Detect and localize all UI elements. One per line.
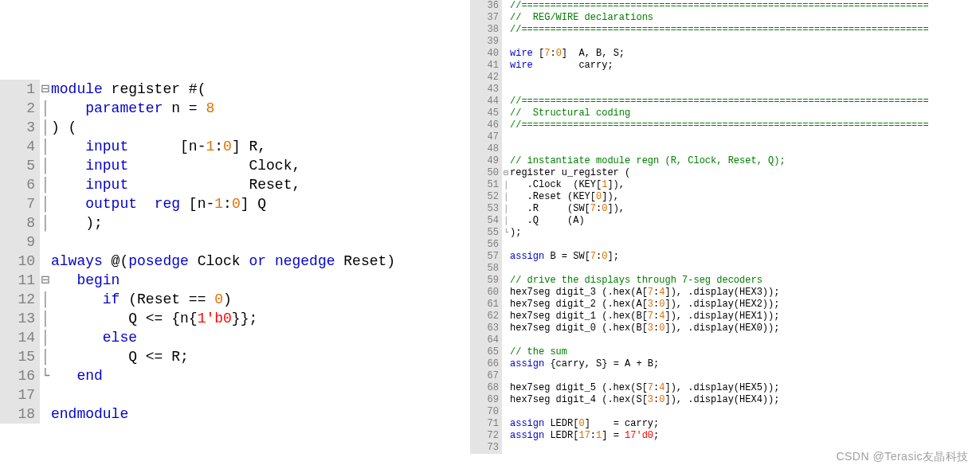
code-line[interactable]: 54│ .Q (A) bbox=[470, 215, 980, 227]
code-text[interactable]: input Clock, bbox=[51, 156, 454, 175]
code-text[interactable]: input [n-1:0] R, bbox=[51, 137, 454, 156]
code-line[interactable]: 11⊟ begin bbox=[0, 271, 454, 290]
code-text[interactable]: output reg [n-1:0] Q bbox=[51, 194, 454, 213]
code-text[interactable]: always @(posedge Clock or negedge Reset) bbox=[51, 252, 454, 271]
code-line[interactable]: 67 bbox=[470, 370, 980, 382]
code-text[interactable] bbox=[510, 334, 980, 346]
code-text[interactable] bbox=[510, 406, 980, 418]
code-text[interactable]: hex7seg digit_4 (.hex(S[3:0]), .display(… bbox=[510, 394, 980, 406]
code-text[interactable]: ) ( bbox=[51, 118, 454, 137]
code-text[interactable] bbox=[51, 385, 454, 405]
code-line[interactable]: 63 hex7seg digit_0 (.hex(B[3:0]), .displ… bbox=[470, 322, 980, 334]
code-line[interactable]: 64 bbox=[470, 334, 980, 346]
code-line[interactable]: 55└); bbox=[470, 227, 980, 239]
code-editor-left[interactable]: 1⊟module register #(2│ parameter n = 83│… bbox=[0, 80, 454, 424]
code-line[interactable]: 61 hex7seg digit_2 (.hex(A[3:0]), .displ… bbox=[470, 299, 980, 311]
code-line[interactable]: 71 assign LEDR[0] = carry; bbox=[470, 418, 980, 430]
code-text[interactable]: assign LEDR[0] = carry; bbox=[510, 418, 980, 430]
code-line[interactable]: 49 // instantiate module regn (R, Clock,… bbox=[470, 155, 980, 167]
code-text[interactable]: parameter n = 8 bbox=[51, 99, 454, 118]
code-line[interactable]: 46 //===================================… bbox=[470, 119, 980, 131]
code-text[interactable]: Q <= R; bbox=[51, 347, 454, 366]
code-line[interactable]: 62 hex7seg digit_1 (.hex(B[7:4]), .displ… bbox=[470, 311, 980, 322]
code-text[interactable] bbox=[510, 370, 980, 382]
code-line[interactable]: 60 hex7seg digit_3 (.hex(A[7:4]), .displ… bbox=[470, 287, 980, 299]
code-text[interactable]: // drive the displays through 7-seg deco… bbox=[510, 275, 980, 287]
code-text[interactable]: // the sum bbox=[510, 346, 980, 358]
code-line[interactable]: 38 //===================================… bbox=[470, 24, 980, 36]
code-line[interactable]: 50⊟register u_register ( bbox=[470, 167, 980, 179]
code-line[interactable]: 4│ input [n-1:0] R, bbox=[0, 137, 454, 156]
code-text[interactable]: .Reset (KEY[0]), bbox=[510, 191, 980, 203]
code-text[interactable]: register u_register ( bbox=[510, 167, 980, 179]
code-line[interactable]: 69 hex7seg digit_4 (.hex(S[3:0]), .displ… bbox=[470, 394, 980, 406]
code-line[interactable]: 59 // drive the displays through 7-seg d… bbox=[470, 275, 980, 287]
code-text[interactable]: assign {carry, S} = A + B; bbox=[510, 358, 980, 370]
code-text[interactable] bbox=[51, 233, 454, 252]
code-line[interactable]: 12│ if (Reset == 0) bbox=[0, 290, 454, 309]
code-line[interactable]: 45 // Structural coding bbox=[470, 107, 980, 119]
code-text[interactable]: endmodule bbox=[51, 405, 454, 424]
code-text[interactable]: else bbox=[51, 328, 454, 347]
code-text[interactable]: assign LEDR[17:1] = 17'd0; bbox=[510, 430, 980, 442]
code-text[interactable]: wire [7:0] A, B, S; bbox=[510, 48, 980, 60]
code-text[interactable] bbox=[510, 72, 980, 84]
code-text[interactable] bbox=[510, 263, 980, 275]
code-text[interactable]: hex7seg digit_1 (.hex(B[7:4]), .display(… bbox=[510, 311, 980, 322]
code-text[interactable]: .Q (A) bbox=[510, 215, 980, 227]
code-line[interactable]: 41 wire carry; bbox=[470, 60, 980, 72]
code-line[interactable]: 15│ Q <= R; bbox=[0, 347, 454, 366]
code-line[interactable]: 5│ input Clock, bbox=[0, 156, 454, 175]
code-line[interactable]: 52│ .Reset (KEY[0]), bbox=[470, 191, 980, 203]
code-line[interactable]: 36 //===================================… bbox=[470, 0, 980, 12]
code-text[interactable] bbox=[510, 131, 980, 143]
code-text[interactable]: // REG/WIRE declarations bbox=[510, 12, 980, 24]
code-line[interactable]: 3│) ( bbox=[0, 118, 454, 137]
fold-icon[interactable]: ⊟ bbox=[40, 80, 51, 99]
code-text[interactable]: if (Reset == 0) bbox=[51, 290, 454, 309]
code-text[interactable] bbox=[510, 36, 980, 48]
code-line[interactable]: 6│ input Reset, bbox=[0, 175, 454, 194]
code-line[interactable]: 40 wire [7:0] A, B, S; bbox=[470, 48, 980, 60]
code-text[interactable]: .R (SW[7:0]), bbox=[510, 203, 980, 215]
code-text[interactable]: //======================================… bbox=[510, 119, 980, 131]
code-line[interactable]: 2│ parameter n = 8 bbox=[0, 99, 454, 118]
code-text[interactable]: hex7seg digit_5 (.hex(S[7:4]), .display(… bbox=[510, 382, 980, 394]
code-line[interactable]: 10 always @(posedge Clock or negedge Res… bbox=[0, 252, 454, 271]
code-line[interactable]: 58 bbox=[470, 263, 980, 275]
code-text[interactable]: // instantiate module regn (R, Clock, Re… bbox=[510, 155, 980, 167]
code-line[interactable]: 1⊟module register #( bbox=[0, 80, 454, 99]
code-text[interactable]: //======================================… bbox=[510, 0, 980, 12]
code-text[interactable]: ); bbox=[51, 213, 454, 233]
code-line[interactable]: 9 bbox=[0, 233, 454, 252]
code-line[interactable]: 47 bbox=[470, 131, 980, 143]
code-line[interactable]: 48 bbox=[470, 143, 980, 155]
code-line[interactable]: 65 // the sum bbox=[470, 346, 980, 358]
code-line[interactable]: 14│ else bbox=[0, 328, 454, 347]
code-line[interactable]: 72 assign LEDR[17:1] = 17'd0; bbox=[470, 430, 980, 442]
code-text[interactable]: begin bbox=[51, 271, 454, 290]
code-text[interactable]: // Structural coding bbox=[510, 107, 980, 119]
code-text[interactable]: assign B = SW[7:0]; bbox=[510, 251, 980, 263]
code-line[interactable]: 70 bbox=[470, 406, 980, 418]
code-line[interactable]: 7│ output reg [n-1:0] Q bbox=[0, 194, 454, 213]
code-line[interactable]: 66 assign {carry, S} = A + B; bbox=[470, 358, 980, 370]
code-editor-right[interactable]: 36 //===================================… bbox=[470, 0, 980, 454]
code-line[interactable]: 37 // REG/WIRE declarations bbox=[470, 12, 980, 24]
code-text[interactable]: hex7seg digit_3 (.hex(A[7:4]), .display(… bbox=[510, 287, 980, 299]
code-line[interactable]: 44 //===================================… bbox=[470, 96, 980, 107]
code-line[interactable]: 17 bbox=[0, 385, 454, 405]
code-text[interactable]: module register #( bbox=[51, 80, 454, 99]
code-line[interactable]: 18 endmodule bbox=[0, 405, 454, 424]
code-text[interactable] bbox=[510, 84, 980, 96]
code-text[interactable]: Q <= {n{1'b0}}; bbox=[51, 309, 454, 328]
fold-icon[interactable]: ⊟ bbox=[502, 167, 510, 179]
code-line[interactable]: 16└ end bbox=[0, 366, 454, 385]
code-line[interactable]: 53│ .R (SW[7:0]), bbox=[470, 203, 980, 215]
code-text[interactable]: end bbox=[51, 366, 454, 385]
code-line[interactable]: 56 bbox=[470, 239, 980, 251]
code-text[interactable]: //======================================… bbox=[510, 96, 980, 107]
code-line[interactable]: 57 assign B = SW[7:0]; bbox=[470, 251, 980, 263]
code-line[interactable]: 13│ Q <= {n{1'b0}}; bbox=[0, 309, 454, 328]
code-line[interactable]: 8│ ); bbox=[0, 213, 454, 233]
